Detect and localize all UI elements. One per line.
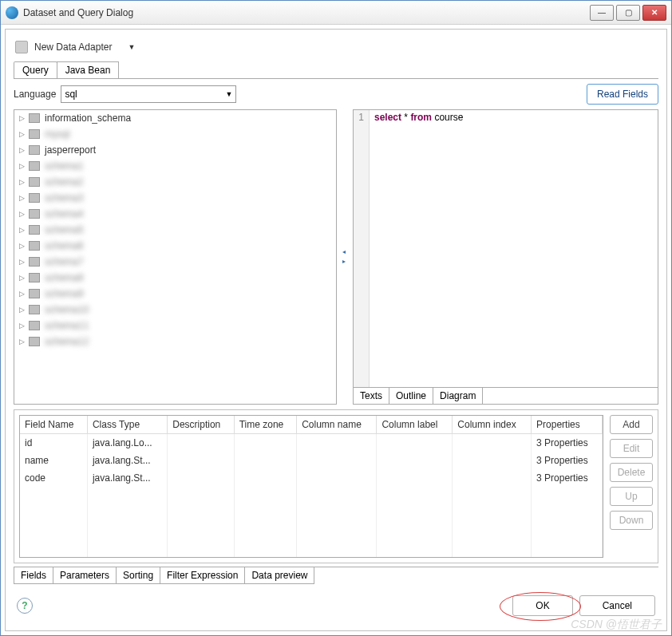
expand-icon[interactable]: ▷ [19, 290, 27, 298]
schema-icon [29, 129, 40, 139]
help-icon[interactable]: ? [17, 598, 33, 614]
expand-icon[interactable]: ▷ [19, 130, 27, 138]
tree-item[interactable]: ▷schema4 [14, 206, 336, 222]
tree-item[interactable]: ▷schema6 [14, 238, 336, 254]
close-button[interactable]: ✕ [642, 5, 666, 21]
expand-icon[interactable]: ▷ [19, 114, 27, 122]
schema-icon [29, 177, 40, 187]
titlebar[interactable]: Dataset and Query Dialog — ▢ ✕ [1, 1, 671, 25]
schema-icon [29, 305, 40, 314]
column-header[interactable]: Column index [453, 416, 532, 434]
expand-icon[interactable]: ▷ [19, 226, 27, 234]
tab-texts[interactable]: Texts [354, 388, 389, 404]
ok-button[interactable]: OK [512, 595, 572, 616]
tree-item-label: schema5 [45, 224, 84, 235]
edit-button[interactable]: Edit [610, 439, 653, 458]
expand-icon[interactable]: ▷ [19, 274, 27, 282]
fields-table[interactable]: Field NameClass TypeDescriptionTime zone… [19, 415, 603, 558]
expand-icon[interactable]: ▷ [19, 146, 27, 154]
table-cell [377, 469, 453, 487]
bottom-tabs: Fields Parameters Sorting Filter Express… [14, 567, 658, 584]
table-cell [297, 452, 377, 469]
tab-data-preview[interactable]: Data preview [244, 567, 314, 584]
column-header[interactable]: Properties [532, 416, 603, 434]
down-button[interactable]: Down [610, 511, 653, 530]
tab-fields[interactable]: Fields [14, 567, 53, 584]
schema-icon [29, 321, 40, 330]
read-fields-button[interactable]: Read Fields [587, 84, 658, 105]
sql-editor[interactable]: 1 select * from course [353, 109, 658, 388]
language-combo[interactable]: sql ▼ [61, 85, 236, 103]
schema-icon [29, 209, 40, 219]
tree-item[interactable]: ▷schema2 [14, 174, 336, 190]
schema-icon [29, 337, 40, 346]
table-row[interactable]: codejava.lang.St...3 Properties [20, 469, 603, 487]
column-header[interactable]: Class Type [87, 416, 167, 434]
tree-item[interactable]: ▷schema12 [14, 334, 336, 350]
schema-tree[interactable]: ▷information_schema▷mysql▷jasperreport▷s… [14, 109, 337, 405]
table-cell [377, 452, 453, 469]
tree-item[interactable]: ▷schema9 [14, 286, 336, 302]
expand-icon[interactable]: ▷ [19, 162, 27, 170]
tree-item[interactable]: ▷schema11 [14, 318, 336, 334]
tree-item[interactable]: ▷information_schema [14, 110, 336, 126]
adapter-selector[interactable]: New Data Adapter ▼ [14, 38, 658, 57]
table-row[interactable]: idjava.lang.Lo...3 Properties [20, 434, 603, 452]
table-cell [234, 469, 296, 487]
add-button[interactable]: Add [610, 415, 653, 434]
tab-parameters[interactable]: Parameters [53, 567, 117, 584]
cancel-button[interactable]: Cancel [579, 595, 655, 616]
column-header[interactable]: Field Name [20, 416, 87, 434]
tree-item[interactable]: ▷mysql [14, 126, 336, 142]
dialog-footer: ? OK Cancel [14, 589, 658, 622]
column-header[interactable]: Column label [377, 416, 453, 434]
tree-item[interactable]: ▷schema1 [14, 158, 336, 174]
table-row-empty [20, 522, 603, 539]
tab-diagram[interactable]: Diagram [433, 388, 483, 404]
editor-body[interactable]: select * from course [370, 110, 468, 387]
tree-item[interactable]: ▷jasperreport [14, 142, 336, 158]
up-button[interactable]: Up [610, 487, 653, 506]
expand-icon[interactable]: ▷ [19, 258, 27, 266]
tab-sorting[interactable]: Sorting [116, 567, 160, 584]
schema-icon [29, 113, 40, 123]
tree-item[interactable]: ▷schema7 [14, 254, 336, 270]
delete-button[interactable]: Delete [610, 463, 653, 482]
tree-item[interactable]: ▷schema5 [14, 222, 336, 238]
splitter[interactable]: ◂▸ [342, 109, 348, 405]
column-header[interactable]: Time zone [234, 416, 296, 434]
table-cell [168, 469, 235, 487]
tab-filter-expression[interactable]: Filter Expression [160, 567, 245, 584]
expand-icon[interactable]: ▷ [19, 306, 27, 314]
fields-side-buttons: Add Edit Delete Up Down [610, 415, 653, 558]
column-header[interactable]: Description [168, 416, 235, 434]
table-cell [377, 434, 453, 452]
editor-tabs: Texts Outline Diagram [353, 388, 658, 405]
query-panel: Language sql ▼ Read Fields ▷information_… [14, 79, 658, 589]
tree-item[interactable]: ▷schema8 [14, 270, 336, 286]
table-row[interactable]: namejava.lang.St...3 Properties [20, 452, 603, 469]
tree-item-label: schema2 [45, 176, 84, 188]
table-cell: java.lang.St... [87, 469, 167, 487]
expand-icon[interactable]: ▷ [19, 178, 27, 186]
table-cell [234, 434, 296, 452]
maximize-button[interactable]: ▢ [616, 5, 640, 21]
schema-icon [29, 289, 40, 298]
app-icon [6, 6, 18, 19]
table-cell [234, 452, 296, 469]
tree-item[interactable]: ▷schema3 [14, 190, 336, 206]
tab-query[interactable]: Query [14, 61, 57, 78]
tab-java-bean[interactable]: Java Bean [57, 61, 120, 78]
language-row: Language sql ▼ Read Fields [14, 84, 658, 105]
expand-icon[interactable]: ▷ [19, 338, 27, 346]
column-header[interactable]: Column name [297, 416, 377, 434]
tab-outline[interactable]: Outline [389, 388, 433, 404]
table-cell: 3 Properties [532, 434, 603, 452]
expand-icon[interactable]: ▷ [19, 210, 27, 218]
expand-icon[interactable]: ▷ [19, 242, 27, 250]
expand-icon[interactable]: ▷ [19, 322, 27, 330]
expand-icon[interactable]: ▷ [19, 194, 27, 202]
tree-item[interactable]: ▷schema10 [14, 302, 336, 318]
minimize-button[interactable]: — [590, 5, 614, 21]
table-cell [297, 469, 377, 487]
